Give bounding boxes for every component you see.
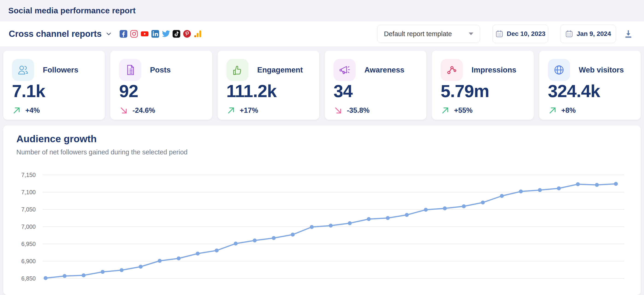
kpi-label: Posts bbox=[150, 66, 171, 74]
data-point bbox=[481, 201, 485, 205]
trend-arrow bbox=[334, 106, 343, 115]
kpi-value: 324.4k bbox=[548, 82, 632, 100]
dashboard-page: Social media performance report Cross ch… bbox=[0, 0, 644, 295]
instagram-icon[interactable] bbox=[130, 29, 138, 38]
kpi-grid: Followers 7.1k +4% Posts 92 bbox=[3, 51, 641, 120]
data-point bbox=[367, 217, 371, 221]
data-point bbox=[595, 183, 599, 187]
kpi-head: Posts bbox=[119, 59, 203, 81]
start-date-picker[interactable]: Dec 10, 2023 bbox=[492, 25, 548, 43]
youtube-icon[interactable] bbox=[140, 29, 149, 38]
trend-down-icon bbox=[334, 106, 343, 115]
kpi-head: Engagement bbox=[226, 59, 310, 81]
data-point bbox=[405, 213, 409, 217]
kpi-trend: -35.8% bbox=[334, 106, 418, 115]
data-point bbox=[82, 273, 86, 277]
web-visitors-icon bbox=[552, 63, 566, 76]
kpi-card-awareness: Awareness 34 -35.8% bbox=[325, 51, 426, 120]
kpi-trend: -24.6% bbox=[119, 106, 203, 115]
data-point bbox=[614, 182, 618, 186]
end-date-picker[interactable]: Jan 9, 2024 bbox=[560, 25, 616, 43]
kpi-head: Awareness bbox=[334, 59, 418, 81]
kpi-trend: +8% bbox=[548, 106, 632, 115]
kpi-value: 92 bbox=[119, 82, 203, 100]
tiktok-icon[interactable] bbox=[172, 29, 181, 38]
kpi-label: Web visitors bbox=[579, 66, 624, 74]
data-point bbox=[139, 265, 142, 269]
kpi-delta: +8% bbox=[561, 106, 576, 115]
y-tick-label: 6,950 bbox=[21, 241, 36, 247]
kpi-card-followers: Followers 7.1k +4% bbox=[3, 51, 105, 120]
data-point bbox=[329, 224, 333, 228]
trend-up-icon bbox=[440, 106, 450, 115]
engagement-icon bbox=[231, 63, 244, 76]
report-type-dropdown[interactable]: Cross channel reports bbox=[9, 29, 113, 39]
kpi-head: Followers bbox=[12, 59, 96, 81]
data-point bbox=[120, 268, 124, 272]
kpi-trend: +55% bbox=[440, 106, 525, 115]
google-analytics-icon[interactable] bbox=[193, 29, 202, 38]
audience-growth-card: 6,8506,9006,9507,0007,0507,1007,150 Audi… bbox=[3, 125, 641, 295]
y-tick-label: 7,100 bbox=[21, 189, 36, 195]
kpi-value: 7.1k bbox=[12, 82, 96, 100]
kpi-value: 5.79m bbox=[440, 82, 525, 100]
trend-arrow bbox=[12, 106, 21, 115]
kpi-head: Web visitors bbox=[548, 59, 632, 81]
data-point bbox=[386, 216, 390, 220]
pinterest-icon[interactable] bbox=[183, 29, 192, 38]
kpi-label: Engagement bbox=[257, 66, 303, 74]
data-point bbox=[44, 276, 48, 280]
caret-down-icon bbox=[469, 32, 473, 35]
page-title: Social media performance report bbox=[8, 6, 136, 15]
calendar-icon bbox=[495, 30, 504, 38]
data-point bbox=[424, 208, 428, 212]
data-point bbox=[177, 257, 180, 261]
download-icon bbox=[623, 28, 634, 39]
data-point bbox=[443, 206, 447, 210]
data-point bbox=[462, 204, 466, 208]
connected-channels bbox=[119, 29, 202, 38]
chart-title: Audience growth bbox=[16, 133, 188, 145]
kpi-icon-tile bbox=[226, 59, 248, 81]
y-tick-label: 7,150 bbox=[21, 172, 36, 178]
y-tick-label: 6,900 bbox=[21, 258, 36, 264]
report-template-value: Default report template bbox=[384, 30, 452, 38]
kpi-icon-tile bbox=[334, 59, 356, 81]
kpi-value: 111.2k bbox=[226, 82, 310, 100]
calendar-icon bbox=[565, 30, 573, 38]
toolbar-right: Default report template Dec 10, 2023 Jan… bbox=[377, 25, 635, 43]
trend-arrow bbox=[548, 106, 557, 115]
posts-icon bbox=[124, 63, 136, 76]
start-date-value: Dec 10, 2023 bbox=[507, 30, 546, 37]
trend-arrow bbox=[226, 106, 236, 115]
data-point bbox=[196, 252, 200, 256]
kpi-icon-tile bbox=[12, 59, 34, 81]
data-point bbox=[310, 225, 314, 229]
trend-arrow bbox=[119, 106, 128, 115]
kpi-delta: +55% bbox=[454, 106, 472, 115]
data-point bbox=[348, 221, 352, 225]
linkedin-icon[interactable] bbox=[151, 29, 160, 38]
data-point bbox=[519, 190, 523, 194]
y-tick-label: 7,050 bbox=[21, 206, 36, 213]
kpi-card-impressions: Impressions 5.79m +55% bbox=[432, 51, 534, 120]
data-point bbox=[557, 186, 561, 190]
audience-growth-line bbox=[46, 184, 616, 278]
kpi-delta: +4% bbox=[25, 106, 40, 115]
followers-icon bbox=[16, 63, 30, 76]
facebook-icon[interactable] bbox=[119, 29, 128, 38]
trend-down-icon bbox=[119, 106, 128, 115]
download-report-button[interactable] bbox=[622, 27, 635, 40]
kpi-icon-tile bbox=[119, 59, 141, 81]
twitter-icon[interactable] bbox=[162, 29, 170, 38]
data-point bbox=[500, 194, 504, 198]
report-type-label: Cross channel reports bbox=[9, 29, 102, 39]
kpi-label: Impressions bbox=[472, 66, 516, 74]
chevron-down-icon bbox=[105, 30, 113, 38]
chart-subtitle: Number of net followers gained during th… bbox=[16, 148, 188, 156]
kpi-head: Impressions bbox=[440, 59, 525, 81]
kpi-icon-tile bbox=[440, 59, 463, 81]
data-point bbox=[101, 270, 104, 274]
kpi-label: Followers bbox=[43, 66, 78, 74]
report-template-select[interactable]: Default report template bbox=[377, 25, 480, 43]
